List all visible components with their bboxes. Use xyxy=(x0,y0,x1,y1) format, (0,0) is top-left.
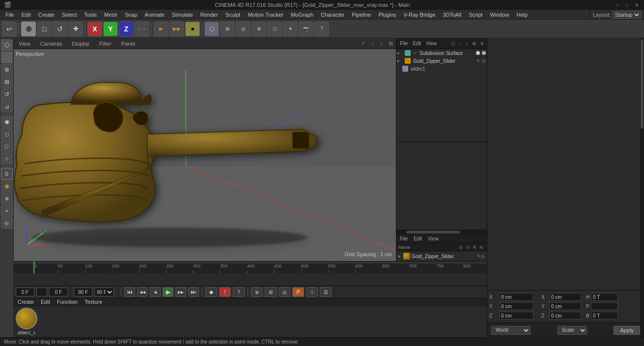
menu-file[interactable]: File xyxy=(2,11,18,19)
subdivision-visible-icon[interactable]: ✓ xyxy=(413,51,418,56)
left-btn-12[interactable]: ◉ xyxy=(1,180,13,192)
vp-icon-2[interactable]: ↑ xyxy=(370,40,375,48)
subdivision-toggle[interactable]: ▸ xyxy=(397,51,402,55)
go-to-start-button[interactable]: ⏮ xyxy=(124,287,135,297)
transport-icon-1[interactable]: ⊕ xyxy=(251,287,263,297)
maximize-button[interactable]: □ xyxy=(623,1,630,8)
scene-view-btn[interactable]: View xyxy=(424,40,438,47)
help-button[interactable]: ? xyxy=(314,22,329,36)
left-btn-4[interactable]: ⊞ xyxy=(1,76,13,88)
menu-help[interactable]: Help xyxy=(513,11,532,19)
display-mode-button[interactable]: ⬡ xyxy=(204,22,219,36)
gold-zipper-toggle[interactable]: ▸ xyxy=(397,58,402,63)
scale-button[interactable]: ✚ xyxy=(68,22,83,36)
scene-hscrollbar[interactable] xyxy=(396,230,487,234)
object-mode-button[interactable]: ◻ xyxy=(37,22,52,36)
menu-character[interactable]: Character xyxy=(317,11,348,19)
x-axis-button[interactable]: X xyxy=(87,22,102,36)
keyframe-button[interactable]: ! xyxy=(219,287,231,297)
scene-item-subdivision[interactable]: ▸ ✓ Subdivision Surface xyxy=(396,49,487,57)
mat-edit-btn[interactable]: Edit xyxy=(412,236,423,242)
bm-texture[interactable]: Texture xyxy=(83,298,104,305)
x2-input[interactable] xyxy=(549,293,581,301)
mat-view-btn[interactable]: View xyxy=(426,236,440,242)
left-btn-13[interactable]: ⊕ xyxy=(1,192,13,204)
vp-tab-panel[interactable]: Panel xyxy=(118,40,138,48)
close-button[interactable]: ✕ xyxy=(633,1,640,8)
render-view-button[interactable]: ■ xyxy=(185,22,200,36)
shading-button[interactable]: ◎ xyxy=(236,22,251,36)
mat-icon-eye[interactable]: ◎ xyxy=(481,254,485,259)
z-axis-button[interactable]: Z xyxy=(119,22,134,36)
play-button[interactable]: ▶ xyxy=(163,287,173,297)
p-input[interactable] xyxy=(591,302,618,310)
left-btn-10[interactable]: ⊹ xyxy=(1,153,13,164)
menu-pipeline[interactable]: Pipeline xyxy=(348,11,374,19)
left-btn-14[interactable]: ⋄ xyxy=(1,205,13,216)
minimize-button[interactable]: ─ xyxy=(614,1,620,8)
all-axes-button[interactable]: ←→ xyxy=(135,22,149,36)
rotate-button[interactable]: ↺ xyxy=(53,22,67,36)
transport-icon-6[interactable]: ☰ xyxy=(320,287,332,297)
move-tool-button[interactable]: ⊕ xyxy=(21,22,36,36)
menu-motion-tracker[interactable]: Motion Tracker xyxy=(244,11,287,19)
menu-plugins[interactable]: Plugins xyxy=(375,11,399,19)
material-thumbnail-container[interactable]: slider1_1 xyxy=(16,308,37,335)
menu-tools[interactable]: Tools xyxy=(81,11,100,19)
vp-tab-view[interactable]: View xyxy=(16,40,33,48)
scene-file-btn[interactable]: File xyxy=(398,40,409,47)
material-thumbnail[interactable] xyxy=(16,308,37,329)
viewport[interactable]: Perspective Grid Spacing : 1 cm Y X Z xyxy=(14,49,396,261)
mat-icon-edit[interactable]: ✎ xyxy=(477,254,481,259)
left-btn-3[interactable]: ⊕ xyxy=(1,64,13,76)
undo-button[interactable]: ↩ xyxy=(2,22,17,36)
render-button[interactable]: ▶▶ xyxy=(169,22,184,36)
mat-file-btn[interactable]: File xyxy=(398,236,409,242)
light-button[interactable]: ✦ xyxy=(283,22,298,36)
scene-icon-1[interactable]: ⬡ xyxy=(450,40,456,47)
timeline-ruler[interactable]: 0 50 100 150 200 250 300 350 400 450 500… xyxy=(14,264,487,273)
bm-edit[interactable]: Edit xyxy=(39,298,52,305)
left-btn-9[interactable]: ⬡ xyxy=(1,140,13,152)
vp-icon-4[interactable]: ⊞ xyxy=(388,39,394,48)
h-input[interactable] xyxy=(591,293,618,301)
scene-icon-3[interactable]: ↓ xyxy=(465,40,469,47)
texture-button[interactable]: ⊕ xyxy=(252,22,266,36)
frame-start-input[interactable] xyxy=(16,288,34,296)
scene-icon-5[interactable]: ✕ xyxy=(479,40,485,47)
vp-tab-cameras[interactable]: Cameras xyxy=(37,40,65,48)
transport-icon-4[interactable]: P xyxy=(292,287,304,297)
y-position-input[interactable] xyxy=(499,302,533,310)
vp-tab-filter[interactable]: Filter xyxy=(96,40,114,48)
left-btn-1[interactable]: ⬡ xyxy=(1,39,13,51)
menu-script[interactable]: Script xyxy=(465,11,486,19)
menu-vray-bridge[interactable]: V-Ray Bridge xyxy=(400,11,439,19)
y-axis-button[interactable]: Y xyxy=(103,22,118,36)
timeline-track-area[interactable] xyxy=(14,273,487,286)
fps-select[interactable]: 90 F xyxy=(94,288,114,296)
vp-tab-display[interactable]: Display xyxy=(69,40,92,48)
frame-current-display[interactable] xyxy=(49,288,68,296)
z-position-input[interactable] xyxy=(499,312,533,319)
frame-end-input[interactable] xyxy=(74,288,92,296)
left-btn-6[interactable]: ⊿ xyxy=(1,101,13,112)
menu-window[interactable]: Window xyxy=(486,11,512,19)
render-region-button[interactable]: ▶ xyxy=(154,22,168,36)
wireframe-button[interactable]: ⊞ xyxy=(220,22,235,36)
scene-item-slider1[interactable]: slider1 xyxy=(396,65,487,73)
vp-icon-3[interactable]: ↓ xyxy=(379,40,384,48)
material-button[interactable]: ◻ xyxy=(267,22,282,36)
left-btn-8[interactable]: ◻ xyxy=(1,128,13,140)
frame-current-input[interactable] xyxy=(36,288,47,296)
left-btn-2[interactable] xyxy=(1,52,13,63)
left-btn-7[interactable]: ◉ xyxy=(1,116,13,128)
y2-input[interactable] xyxy=(549,302,581,310)
vp-icon-1[interactable]: ⤢ xyxy=(360,39,366,48)
material-row-gold[interactable]: ▸ Gold_Zipper_Slider ✎ ◎ xyxy=(396,251,487,261)
menu-sculpt[interactable]: Sculpt xyxy=(222,11,244,19)
layout-select[interactable]: Startup xyxy=(613,11,641,19)
transport-icon-2[interactable]: ⊞ xyxy=(265,287,277,297)
menu-select[interactable]: Select xyxy=(58,11,81,19)
b-input[interactable] xyxy=(591,312,618,319)
camera-button[interactable]: 📷 xyxy=(299,22,313,36)
